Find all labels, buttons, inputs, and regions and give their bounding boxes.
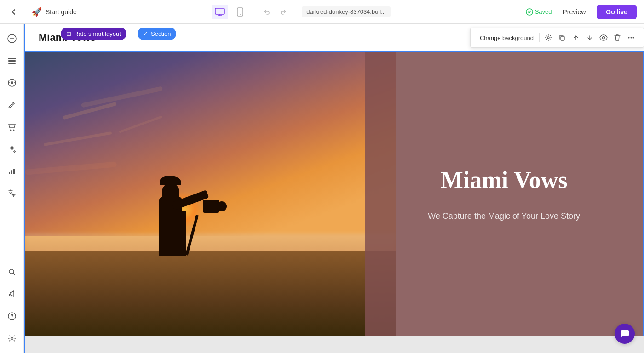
sidebar-item-ai[interactable] [3,140,21,158]
preview-button[interactable]: Preview [558,6,592,18]
svg-point-21 [603,37,605,39]
undo-redo-controls [259,5,291,19]
photographer-silhouette [136,128,228,256]
start-guide-label[interactable]: Start guide [46,8,77,16]
sidebar-item-edit[interactable] [3,96,21,114]
section-floating-toolbar: Change background [470,28,644,48]
toolbar-visibility-button[interactable] [597,31,610,45]
hero-section[interactable]: Miami Vows We Capture the Magic of Your … [24,51,644,336]
change-background-button[interactable]: Change background [476,33,537,43]
sidebar-item-add[interactable] [3,29,21,48]
toolbar-more-button[interactable] [624,31,638,45]
sidebar-item-translate[interactable] [3,184,21,202]
svg-rect-12 [9,172,10,174]
desktop-device-button[interactable] [212,5,228,19]
sidebar-item-store[interactable] [3,118,21,136]
section-label: Section [151,30,171,37]
canvas-left-border [24,24,25,353]
mobile-device-button[interactable] [232,5,248,19]
saved-badge: Saved [526,8,552,16]
svg-point-11 [13,130,14,131]
go-live-button[interactable]: Go live [597,5,637,19]
header-divider [26,6,26,17]
header-left: 🚀 Start guide [7,6,77,18]
smart-layout-badge[interactable]: ⊞ Rate smart layout [61,28,126,40]
svg-rect-7 [8,63,16,64]
undo-button[interactable] [259,5,274,19]
camera-lens [217,201,227,211]
change-background-label: Change background [480,34,534,41]
svg-point-9 [11,81,13,84]
left-sidebar [0,24,24,353]
svg-rect-5 [8,58,16,59]
header-center: darkred-donkey-837034.buil... [82,5,520,19]
svg-rect-14 [13,169,15,174]
svg-point-22 [628,37,630,39]
svg-point-2 [240,14,241,15]
main-area: Miami Vows Home ⊞ Rate smart layout ✓ Se… [0,24,644,353]
toolbar-gear-button[interactable] [541,31,555,45]
toolbar-copy-button[interactable] [555,31,569,45]
smart-layout-label: Rate smart layout [74,30,121,37]
redo-button[interactable] [276,5,291,19]
sidebar-item-layers[interactable] [3,51,21,70]
rocket-icon: 🚀 [32,7,42,17]
svg-point-17 [12,318,12,319]
hero-overlay-card: Miami Vows We Capture the Magic of Your … [365,52,643,336]
svg-point-24 [633,37,634,39]
photographer-head [162,183,179,201]
header-right: Saved Preview Go live [526,5,637,19]
canvas-content: Miami Vows We Capture the Magic of Your … [24,51,644,353]
site-url: darkred-donkey-837034.buil... [302,6,391,17]
chat-bubble[interactable] [615,324,635,344]
sidebar-item-marketing[interactable] [3,285,21,303]
top-header: 🚀 Start guide [0,0,644,24]
svg-rect-6 [8,60,16,62]
device-switcher [212,5,248,19]
sidebar-item-design[interactable] [3,74,21,92]
svg-point-23 [631,37,632,39]
saved-label: Saved [535,8,552,15]
svg-rect-0 [215,8,224,14]
section-badge[interactable]: ✓ Section [138,28,176,40]
svg-rect-20 [561,36,564,40]
svg-point-19 [547,37,549,39]
sidebar-item-help[interactable] [3,307,21,325]
hero-subtitle: We Capture the Magic of Your Love Story [428,211,580,221]
svg-point-18 [11,337,13,340]
back-button[interactable] [7,6,20,18]
canvas-area: Miami Vows Home ⊞ Rate smart layout ✓ Se… [24,24,644,353]
toolbar-move-down-button[interactable] [583,31,597,45]
hero-main-title: Miami Vows [441,167,568,193]
photographer-hair [160,176,181,185]
tripod-center-leg [182,211,186,256]
ground-layer [25,251,396,336]
sidebar-item-analytics[interactable] [3,162,21,180]
toolbar-divider-1 [539,33,540,42]
section-check-icon: ✓ [143,30,148,37]
smart-layout-icon: ⊞ [66,30,71,37]
svg-point-3 [526,9,533,15]
sidebar-item-settings[interactable] [3,329,21,347]
hero-background-image [25,52,396,336]
tripod-right-leg [185,215,199,255]
svg-rect-13 [11,170,12,174]
svg-point-10 [10,130,11,131]
toolbar-move-up-button[interactable] [569,31,583,45]
sidebar-item-search[interactable] [3,263,21,281]
toolbar-delete-button[interactable] [610,31,624,45]
